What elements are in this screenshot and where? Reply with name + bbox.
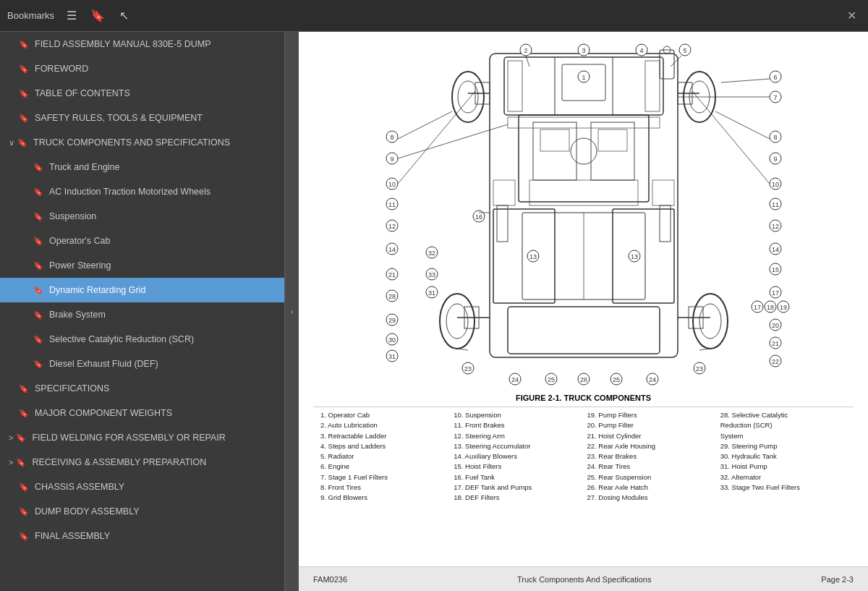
sidebar-item-field-assembly[interactable]: 🔖FIELD ASSEMBLY MANUAL 830E-5 DUMP <box>0 32 284 56</box>
caption-item: 1. Operator Cab <box>320 410 446 420</box>
svg-text:25: 25 <box>547 376 554 383</box>
svg-text:8: 8 <box>773 134 777 141</box>
caption-item: 11. Front Brakes <box>454 420 579 430</box>
caption-col-0: 1. Operator Cab2. Auto Lubrication3. Ret… <box>320 410 446 503</box>
sidebar-item-label: FINAL ASSEMBLY <box>35 531 278 541</box>
svg-text:26: 26 <box>579 376 587 383</box>
sidebar-item-label: FIELD ASSEMBLY MANUAL 830E-5 DUMP <box>35 39 278 49</box>
svg-text:9: 9 <box>390 156 393 163</box>
svg-text:10: 10 <box>388 181 395 188</box>
caption-item: 7. Stage 1 Fuel Filters <box>320 472 446 482</box>
caption-item: 33. Stage Two Fuel Filters <box>720 482 846 493</box>
caption-item: 30. Hydraulic Tank <box>720 451 846 462</box>
bookmark-icon: 🔖 <box>33 212 43 221</box>
sidebar-item-label: RECEIVING & ASSEMBLY PREPARATION <box>32 457 278 467</box>
sidebar-item-label: DUMP BODY ASSEMBLY <box>35 506 278 516</box>
sidebar-item-final-assembly[interactable]: 🔖FINAL ASSEMBLY <box>0 524 284 548</box>
caption-item: 17. DEF Tank and Pumps <box>454 482 579 493</box>
svg-text:28: 28 <box>388 293 395 300</box>
bookmark-icon: 🔖 <box>19 64 29 74</box>
truck-svg: 1 2 3 4 <box>374 39 793 394</box>
bookmark-icon: 🔖 <box>16 433 26 443</box>
bookmark-icon: 🔖 <box>33 286 43 295</box>
caption-item: 18. DEF Filters <box>454 493 579 503</box>
caption-item: 31. Hoist Pump <box>720 462 846 472</box>
sidebar-item-label: Suspension <box>49 211 278 221</box>
toolbar-icons: ☰ 🔖 ↖ <box>61 6 134 26</box>
caption-area: 1. Operator Cab2. Auto Lubrication3. Ret… <box>313 407 854 506</box>
sidebar-item-specifications[interactable]: 🔖SPECIFICATIONS <box>0 376 284 401</box>
bookmark-icon: 🔖 <box>17 138 27 148</box>
svg-text:19: 19 <box>779 304 786 311</box>
caption-item: 29. Steering Pump <box>720 441 846 451</box>
sidebar-item-safety[interactable]: 🔖SAFETY RULES, TOOLS & EQUIPMENT <box>0 106 284 130</box>
bookmark-icon: 🔖 <box>19 40 29 49</box>
svg-text:25: 25 <box>612 376 619 383</box>
caption-item: 8. Front Tires <box>320 482 446 493</box>
sidebar-item-label: TRUCK COMPONENTS AND SPECIFICATIONS <box>33 137 278 148</box>
sidebar-item-field-welding[interactable]: >🔖FIELD WELDING FOR ASSEMBLY OR REPAIR <box>0 425 284 450</box>
bookmarks-sidebar: 🔖FIELD ASSEMBLY MANUAL 830E-5 DUMP🔖FOREW… <box>0 32 286 591</box>
caption-item: 15. Hoist Filters <box>454 462 579 472</box>
sidebar-item-selective-catalytic[interactable]: 🔖Selective Catalytic Reduction (SCR) <box>0 327 284 352</box>
svg-text:11: 11 <box>388 201 395 208</box>
close-button[interactable]: ✕ <box>843 7 861 24</box>
sidebar-item-operators-cab[interactable]: 🔖Operator's Cab <box>0 229 284 253</box>
svg-text:7: 7 <box>773 94 777 101</box>
bookmark-icon: 🔖 <box>19 532 29 541</box>
list-icon[interactable]: ☰ <box>61 6 82 26</box>
sidebar-item-chassis-assembly[interactable]: 🔖CHASSIS ASSEMBLY <box>0 475 284 499</box>
sidebar-item-major-component[interactable]: 🔖MAJOR COMPONENT WEIGHTS <box>0 401 284 425</box>
caption-item: 14. Auxiliary Blowers <box>454 451 579 462</box>
cursor-icon: ↖ <box>114 6 134 26</box>
svg-text:31: 31 <box>427 289 435 297</box>
sidebar-item-ac-induction[interactable]: 🔖AC Induction Traction Motorized Wheels <box>0 179 284 204</box>
bookmark-icon: 🔖 <box>33 261 43 271</box>
caption-item: 10. Suspension <box>454 410 579 420</box>
sidebar-item-dump-body[interactable]: 🔖DUMP BODY ASSEMBLY <box>0 499 284 524</box>
caption-item: 5. Radiator <box>320 451 446 462</box>
pdf-area: 1 2 3 4 <box>299 32 868 591</box>
sidebar-item-brake-system[interactable]: 🔖Brake System <box>0 302 284 327</box>
caption-item: 16. Fuel Tank <box>454 472 579 482</box>
svg-text:8: 8 <box>390 134 393 141</box>
svg-text:12: 12 <box>388 223 395 230</box>
svg-text:6: 6 <box>773 74 777 81</box>
svg-text:14: 14 <box>388 246 395 253</box>
sidebar-item-truck-engine[interactable]: 🔖Truck and Engine <box>0 155 284 179</box>
sidebar-item-label: CHASSIS ASSEMBLY <box>35 482 278 492</box>
sidebar-scroll[interactable]: 🔖FIELD ASSEMBLY MANUAL 830E-5 DUMP🔖FOREW… <box>0 32 284 591</box>
sidebar-item-dynamic-retarding[interactable]: 🔖Dynamic Retarding Grid <box>0 278 284 302</box>
collapse-panel[interactable]: ‹ <box>286 32 299 591</box>
caption-item: 23. Rear Brakes <box>587 451 713 462</box>
sidebar-item-suspension[interactable]: 🔖Suspension <box>0 204 284 229</box>
svg-text:23: 23 <box>695 365 702 373</box>
caption-item: Reduction (SCR) <box>720 420 846 430</box>
sidebar-item-receiving[interactable]: >🔖RECEIVING & ASSEMBLY PREPARATION <box>0 450 284 475</box>
caption-col-1: 10. Suspension11. Front Brakes12. Steeri… <box>454 410 579 503</box>
svg-text:15: 15 <box>771 266 778 273</box>
sidebar-item-diesel-exhaust[interactable]: 🔖Diesel Exhaust Fluid (DEF) <box>0 352 284 376</box>
bookmark-add-icon[interactable]: 🔖 <box>88 6 108 26</box>
sidebar-item-label: TABLE OF CONTENTS <box>35 88 278 98</box>
panel-title: Bookmarks <box>7 10 54 21</box>
pdf-page: 1 2 3 4 <box>299 32 868 591</box>
caption-item: 2. Auto Lubrication <box>320 420 446 430</box>
sidebar-item-power-steering[interactable]: 🔖Power Steering <box>0 253 284 278</box>
caption-item: 19. Pump Filters <box>587 410 713 420</box>
caption-col-2: 19. Pump Filters20. Pump Filter21. Hoist… <box>587 410 713 503</box>
bookmark-icon: 🔖 <box>16 458 26 467</box>
svg-text:24: 24 <box>511 376 518 383</box>
sidebar-item-truck-comp[interactable]: ∨🔖TRUCK COMPONENTS AND SPECIFICATIONS <box>0 130 284 155</box>
sidebar-item-foreword[interactable]: 🔖FOREWORD <box>0 56 284 81</box>
caption-item: 6. Engine <box>320 462 446 472</box>
bookmark-icon: 🔖 <box>19 507 29 516</box>
caption-item: 26. Rear Axle Hatch <box>587 482 713 493</box>
sidebar-item-label: Diesel Exhaust Fluid (DEF) <box>49 359 278 369</box>
svg-text:5: 5 <box>683 47 686 54</box>
svg-text:18: 18 <box>766 304 773 311</box>
svg-text:31: 31 <box>388 353 395 360</box>
sidebar-item-toc[interactable]: 🔖TABLE OF CONTENTS <box>0 81 284 106</box>
expand-icon: > <box>9 458 13 467</box>
svg-text:4: 4 <box>639 47 643 54</box>
